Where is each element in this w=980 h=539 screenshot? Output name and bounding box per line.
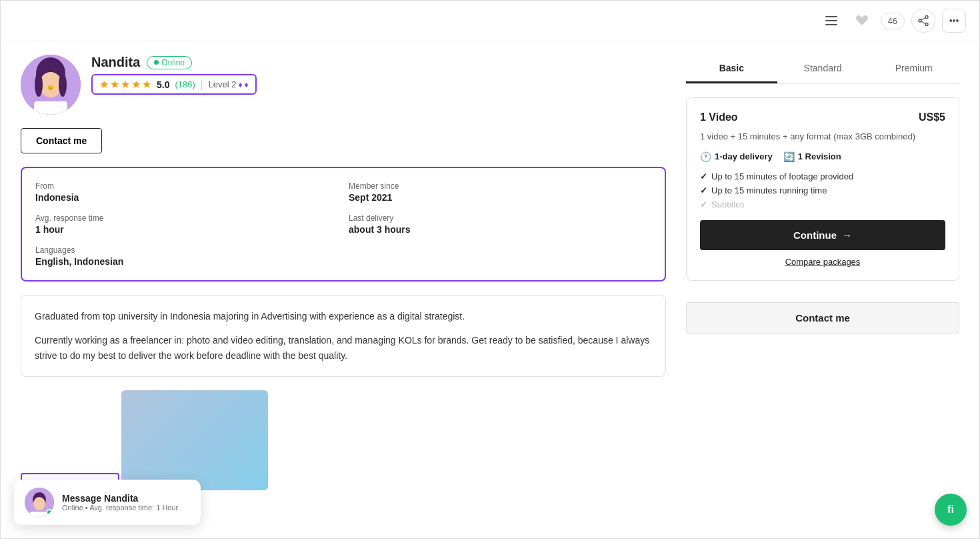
right-panel: Basic Standard Premium 1 Video US$5 1 vi… <box>686 55 959 522</box>
popup-name: Message Nandita <box>62 493 178 504</box>
popup-avatar <box>25 488 54 517</box>
fiverr-fab[interactable]: fi <box>935 494 967 526</box>
rating-row: ★ ★ ★ ★ ★ 5.0 (186) | Level 2 ♦ ♦ <box>91 74 257 95</box>
avg-response-value: 1 hour <box>35 224 64 235</box>
rating-count: (186) <box>175 79 195 89</box>
features-list: ✓ Up to 15 minutes of footage provided ✓… <box>700 171 945 209</box>
revisions-label: 1 Revision <box>798 151 841 161</box>
package-name: 1 Video <box>700 111 738 123</box>
from-value: Indonesia <box>35 192 79 203</box>
star-2: ★ <box>110 78 119 91</box>
languages-value: English, Indonesian <box>35 256 123 267</box>
feature-text-3: Subtitles <box>711 199 745 209</box>
info-last-delivery: Last delivery about 3 hours <box>349 213 651 235</box>
left-panel: 😊 Nandita Online ★ <box>21 55 686 522</box>
feature-item-3: ✓ Subtitles <box>700 199 945 209</box>
diamond-icon-2: ♦ <box>245 80 249 89</box>
menu-icon[interactable] <box>819 9 843 33</box>
ellipsis-icon: ••• <box>949 15 959 26</box>
like-count-badge[interactable]: 46 <box>881 13 905 29</box>
delivery-label: 1-day delivery <box>715 151 773 161</box>
svg-point-18 <box>33 497 45 510</box>
portfolio-thumbnail[interactable] <box>121 390 268 490</box>
svg-point-5 <box>925 23 928 26</box>
top-bar: 46 ••• <box>1 1 979 41</box>
package-tabs: Basic Standard Premium <box>686 55 959 84</box>
svg-point-4 <box>919 19 921 22</box>
svg-point-3 <box>925 16 928 19</box>
level-label: Level 2 <box>208 79 236 89</box>
member-since-label: Member since <box>349 181 651 191</box>
revisions-meta: 🔄 1 Revision <box>783 151 841 162</box>
avatar: 😊 <box>21 55 81 115</box>
message-popup[interactable]: Message Nandita Online • Avg. response t… <box>14 480 201 525</box>
tab-standard[interactable]: Standard <box>777 55 869 83</box>
svg-point-12 <box>35 73 43 97</box>
svg-rect-1 <box>825 20 837 21</box>
package-meta: 🕐 1-day delivery 🔄 1 Revision <box>700 151 945 162</box>
continue-button[interactable]: Continue → <box>700 220 945 250</box>
last-delivery-value: about 3 hours <box>349 224 411 235</box>
feature-text-1: Up to 15 minutes of footage provided <box>711 171 853 181</box>
svg-rect-0 <box>825 16 837 17</box>
main-content: 😊 Nandita Online ★ <box>1 41 979 535</box>
check-icon-1: ✓ <box>700 171 707 181</box>
diamond-icon-1: ♦ <box>238 80 242 89</box>
info-languages: Languages English, Indonesian <box>35 245 338 267</box>
feature-item-2: ✓ Up to 15 minutes running time <box>700 185 945 195</box>
popup-status: Online • Avg. response time: 1 Hour <box>62 504 178 512</box>
compare-packages-link[interactable]: Compare packages <box>700 257 945 267</box>
info-card: From Indonesia Member since Sept 2021 Av… <box>21 167 666 282</box>
star-3: ★ <box>121 78 130 91</box>
last-delivery-label: Last delivery <box>349 213 651 223</box>
clock-icon: 🕐 <box>700 151 711 162</box>
check-icon-3: ✓ <box>700 199 707 209</box>
tab-premium[interactable]: Premium <box>868 55 959 83</box>
feature-item-1: ✓ Up to 15 minutes of footage provided <box>700 171 945 181</box>
svg-point-13 <box>59 73 67 97</box>
avatar-image: 😊 <box>21 55 81 115</box>
online-label: Online <box>161 58 185 67</box>
star-5: ★ <box>142 78 151 91</box>
fiverr-fab-label: fi <box>947 504 954 516</box>
tab-basic[interactable]: Basic <box>686 55 777 83</box>
top-bar-actions: 46 ••• <box>819 9 966 33</box>
star-1: ★ <box>99 78 109 91</box>
name-row: Nandita Online <box>91 55 257 70</box>
stars: ★ ★ ★ ★ ★ <box>99 78 151 91</box>
contact-me-button-top[interactable]: Contact me <box>21 128 102 153</box>
separator: | <box>201 79 203 90</box>
package-card-basic: 1 Video US$5 1 video + 15 minutes + any … <box>686 97 959 281</box>
refresh-icon: 🔄 <box>783 151 795 162</box>
package-description: 1 video + 15 minutes + any format (max 3… <box>700 130 945 143</box>
online-badge: Online <box>147 56 192 69</box>
arrow-icon: → <box>842 229 852 241</box>
popup-online-dot <box>46 509 53 516</box>
member-since-value: Sept 2021 <box>349 192 392 203</box>
profile-header: 😊 Nandita Online ★ <box>21 55 666 115</box>
like-count-number: 46 <box>888 16 897 26</box>
check-icon-2: ✓ <box>700 185 707 195</box>
online-dot <box>154 60 159 65</box>
rating-score: 5.0 <box>157 79 169 90</box>
package-price: US$5 <box>919 111 945 123</box>
info-member-since: Member since Sept 2021 <box>349 181 651 203</box>
more-options-button[interactable]: ••• <box>942 9 966 33</box>
info-from: From Indonesia <box>35 181 338 203</box>
package-header: 1 Video US$5 <box>700 111 945 123</box>
svg-rect-14 <box>34 101 67 115</box>
bio-paragraph-2: Currently working as a freelancer in: ph… <box>35 333 652 363</box>
svg-line-7 <box>921 21 925 24</box>
bio-section: Graduated from top university in Indones… <box>21 295 666 377</box>
heart-icon[interactable] <box>850 9 874 33</box>
from-label: From <box>35 181 338 191</box>
star-4: ★ <box>131 78 141 91</box>
bio-paragraph-1: Graduated from top university in Indones… <box>35 309 652 324</box>
profile-info: Nandita Online ★ ★ ★ ★ ★ <box>91 55 257 95</box>
contact-me-button-right[interactable]: Contact me <box>686 302 959 334</box>
share-button[interactable] <box>911 9 935 33</box>
languages-label: Languages <box>35 245 338 255</box>
level-badge: Level 2 ♦ ♦ <box>208 79 248 89</box>
delivery-meta: 🕐 1-day delivery <box>700 151 773 162</box>
svg-text:😊: 😊 <box>47 84 54 91</box>
